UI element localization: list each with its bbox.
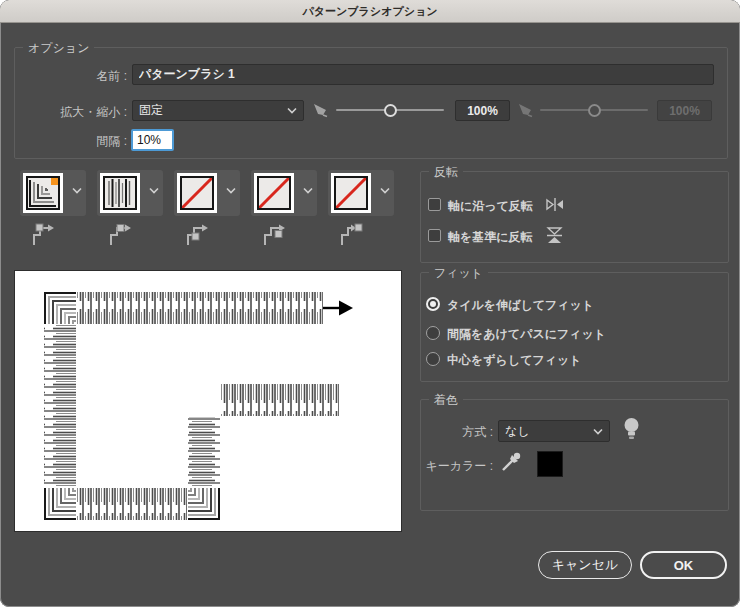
none-tile-icon <box>259 178 289 208</box>
fit-stretch-radio[interactable] <box>426 297 440 311</box>
side-tile-thumbnail <box>100 173 140 213</box>
scale-slider-knob[interactable] <box>384 104 397 117</box>
colorize-method-label: 方式 : <box>420 424 493 441</box>
brush-name-input[interactable] <box>132 64 714 85</box>
ok-button[interactable]: OK <box>640 551 727 579</box>
brush-preview <box>14 270 402 532</box>
none-tile-icon <box>336 178 366 208</box>
scale-value-box-secondary: 100% <box>657 100 712 121</box>
flip-along-label: 軸に沿って反転 <box>448 198 533 215</box>
colorize-group: 着色 <box>420 399 729 511</box>
stripes-pattern-icon <box>105 178 135 208</box>
fit-approximate-label: 中心をずらしてフィット <box>447 352 582 369</box>
outer-corner-tile-thumbnail <box>23 173 63 213</box>
flip-group: 反転 <box>420 171 729 263</box>
fit-group-label: フィット <box>429 265 488 282</box>
inner-corner-role-icon <box>183 221 209 247</box>
eyedropper-icon[interactable] <box>500 451 522 473</box>
brush-preview-drawing <box>15 271 401 531</box>
end-role-icon <box>337 221 363 247</box>
colorize-method-dropdown[interactable]: なし <box>498 420 610 442</box>
pattern-brush-options-dialog: パターンブラシオプション オプション 名前 : 拡大・縮小 : 固定 100% … <box>0 0 740 607</box>
ok-button-label: OK <box>674 558 694 573</box>
name-label: 名前 : <box>14 68 127 85</box>
colorize-method-value: なし <box>505 423 530 440</box>
fit-add-space-label: 間隔をあけてパスにフィット <box>447 326 606 343</box>
flip-along-icon <box>545 197 565 212</box>
fit-add-space-radio[interactable] <box>426 326 440 340</box>
scale-value-secondary: 100% <box>669 104 700 118</box>
scale-slider-secondary <box>540 103 648 117</box>
end-tile-thumbnail <box>331 173 371 213</box>
inner-corner-tile-button[interactable] <box>174 170 240 216</box>
fit-stretch-label: タイルを伸ばしてフィット <box>447 297 594 314</box>
side-tile-button[interactable] <box>97 170 163 216</box>
chevron-down-icon[interactable] <box>303 187 313 194</box>
flip-group-label: 反転 <box>429 164 463 181</box>
start-tile-thumbnail <box>254 173 294 213</box>
scale-slider[interactable] <box>336 103 444 117</box>
flip-along-checkbox[interactable] <box>428 198 441 211</box>
colorize-group-label: 着色 <box>429 392 463 409</box>
dialog-title: パターンブラシオプション <box>303 4 438 19</box>
corner-pattern-icon <box>28 178 58 208</box>
outer-corner-role-icon <box>29 221 55 247</box>
options-group-label: オプション <box>23 40 94 57</box>
spacing-label: 間隔 : <box>14 133 127 150</box>
side-role-icon <box>106 221 132 247</box>
chevron-down-icon <box>287 107 297 114</box>
scale-method-value: 固定 <box>139 102 163 119</box>
chevron-down-icon <box>593 428 603 435</box>
chevron-down-icon[interactable] <box>72 187 82 194</box>
chevron-down-icon[interactable] <box>380 187 390 194</box>
flip-across-label: 軸を基準に反転 <box>448 229 533 246</box>
none-tile-icon <box>182 178 212 208</box>
start-role-icon <box>260 221 286 247</box>
scale-label: 拡大・縮小 : <box>14 104 127 121</box>
spacing-input[interactable] <box>131 129 174 151</box>
end-tile-button[interactable] <box>328 170 394 216</box>
outer-corner-tile-button[interactable] <box>20 170 86 216</box>
scale-value-box[interactable]: 100% <box>455 100 510 121</box>
inner-corner-tile-thumbnail <box>177 173 217 213</box>
flip-across-icon <box>546 226 563 245</box>
key-color-swatch[interactable] <box>537 451 563 477</box>
scale-slider-secondary-knob <box>588 104 601 117</box>
scale-method-dropdown[interactable]: 固定 <box>132 100 304 121</box>
pressure-pen-icon-secondary <box>517 102 535 118</box>
key-color-label: キーカラー : <box>420 458 493 475</box>
scale-value: 100% <box>467 104 498 118</box>
cancel-button-label: キャンセル <box>552 556 619 574</box>
chevron-down-icon[interactable] <box>226 187 236 194</box>
corner-marker <box>51 178 58 185</box>
pressure-pen-icon <box>312 102 330 118</box>
fit-approximate-radio[interactable] <box>426 352 440 366</box>
chevron-down-icon[interactable] <box>149 187 159 194</box>
cancel-button[interactable]: キャンセル <box>538 551 632 579</box>
dialog-titlebar[interactable]: パターンブラシオプション <box>0 0 740 23</box>
flip-across-checkbox[interactable] <box>428 229 441 242</box>
lightbulb-icon[interactable] <box>623 417 640 442</box>
start-tile-button[interactable] <box>251 170 317 216</box>
